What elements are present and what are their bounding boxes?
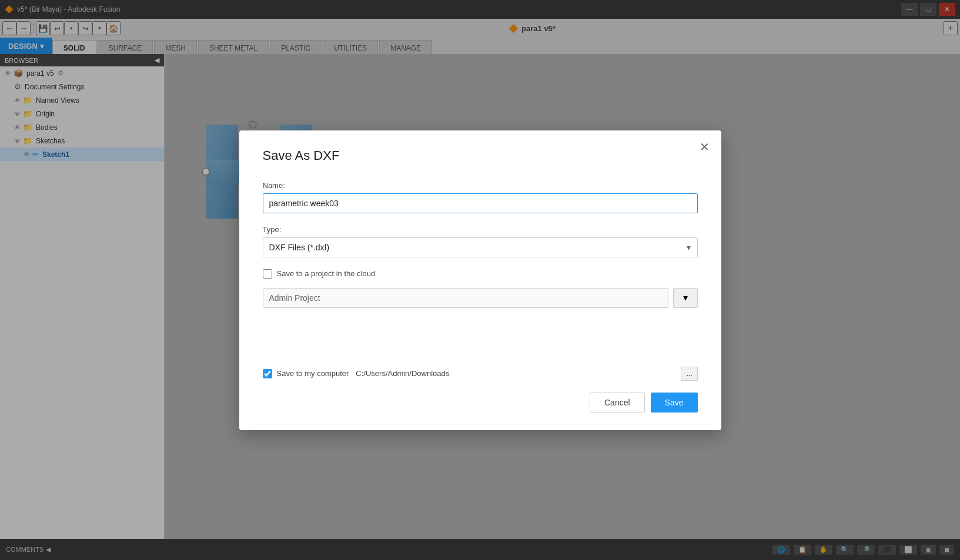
cloud-checkbox-row: Save to a project in the cloud <box>263 269 698 279</box>
computer-checkbox[interactable] <box>263 369 272 378</box>
modal-footer: Cancel Save <box>263 393 698 413</box>
modal-overlay: Save As DXF ✕ Name: Type: DXF Files (*.d… <box>0 0 960 560</box>
cloud-project-row: ▾ <box>263 288 698 308</box>
cloud-checkbox[interactable] <box>263 269 272 279</box>
computer-browse-button[interactable]: ... <box>681 367 697 381</box>
type-label: Type: <box>263 225 698 234</box>
modal-spacer <box>263 320 698 367</box>
cloud-project-input[interactable] <box>263 288 668 308</box>
computer-checkbox-label: Save to my computer <box>277 369 349 378</box>
cloud-checkbox-label: Save to a project in the cloud <box>277 269 376 278</box>
name-input[interactable] <box>263 193 698 213</box>
cancel-button[interactable]: Cancel <box>590 393 645 413</box>
save-button[interactable]: Save <box>651 393 698 413</box>
type-select-wrap: DXF Files (*.dxf) ▾ <box>263 237 698 257</box>
computer-checkbox-row: Save to my computer <box>263 369 349 378</box>
type-select[interactable]: DXF Files (*.dxf) <box>263 237 698 257</box>
save-as-dxf-dialog: Save As DXF ✕ Name: Type: DXF Files (*.d… <box>239 130 721 430</box>
cloud-project-dropdown-button[interactable]: ▾ <box>673 288 698 308</box>
computer-save-row: Save to my computer C:/Users/Admin/Downl… <box>263 367 698 381</box>
name-label: Name: <box>263 181 698 190</box>
modal-close-button[interactable]: ✕ <box>700 140 710 154</box>
computer-path: C:/Users/Admin/Downloads <box>356 369 674 378</box>
modal-title: Save As DXF <box>263 148 698 163</box>
